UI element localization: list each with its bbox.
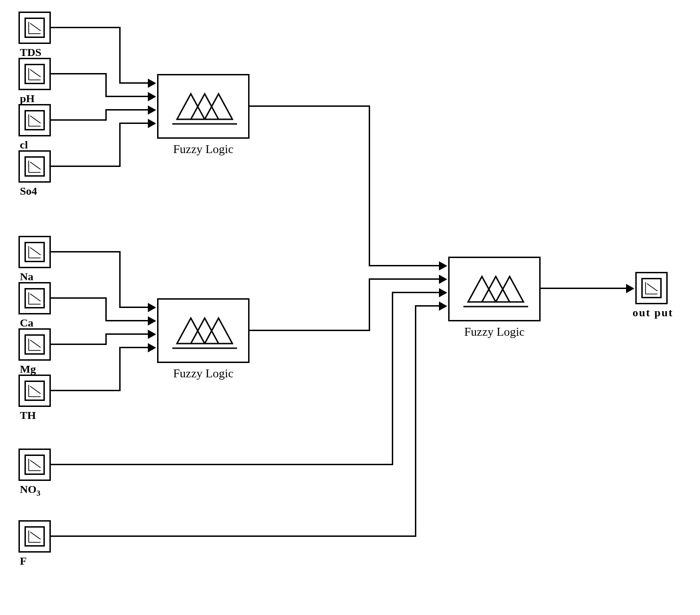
wire <box>51 251 120 252</box>
wire <box>541 288 627 289</box>
label-tds: TDS <box>20 46 49 59</box>
wire <box>51 390 120 391</box>
source-block-ca[interactable]: Ca <box>18 282 51 314</box>
wire <box>51 535 416 537</box>
wire <box>119 307 149 308</box>
label-no3: NO3 <box>20 483 49 498</box>
label-ph: pH <box>20 92 49 105</box>
label-ca: Ca <box>20 317 49 329</box>
label-output: out put <box>627 307 678 319</box>
source-block-th[interactable]: TH <box>18 375 51 407</box>
source-block-ph[interactable]: pH <box>18 58 51 90</box>
wire <box>369 265 440 266</box>
output-sink[interactable]: out put <box>635 272 668 304</box>
arrow-icon <box>148 330 156 339</box>
diagram-canvas: TDS pH cl So4 Na Ca Mg TH NO3 F <box>0 0 700 615</box>
wire <box>51 464 393 465</box>
wire <box>119 347 121 391</box>
wire <box>105 297 107 321</box>
wire <box>415 305 416 537</box>
wire <box>119 251 121 308</box>
wire <box>369 278 370 331</box>
wire <box>119 123 149 124</box>
wire <box>105 109 107 121</box>
wire <box>51 119 106 121</box>
arrow-icon <box>439 261 447 271</box>
wire <box>119 27 121 83</box>
source-block-f[interactable]: F <box>18 520 51 553</box>
fuzzy-logic-block-2[interactable]: Fuzzy Logic <box>157 298 250 363</box>
wire <box>51 344 106 345</box>
arrow-icon <box>148 316 156 326</box>
wire <box>51 73 106 74</box>
arrow-icon <box>148 92 156 101</box>
label-mg: Mg <box>20 363 49 375</box>
label-f: F <box>20 555 49 567</box>
source-block-mg[interactable]: Mg <box>18 328 51 361</box>
label-cl: cl <box>20 139 49 151</box>
label-fuzzy3: Fuzzy Logic <box>464 325 525 339</box>
label-th: TH <box>20 409 49 422</box>
wire <box>51 166 120 167</box>
label-fuzzy1: Fuzzy Logic <box>173 142 234 156</box>
arrow-icon <box>148 119 156 128</box>
arrow-icon <box>148 105 156 115</box>
wire <box>119 347 149 348</box>
wire <box>119 123 121 167</box>
arrow-icon <box>626 284 634 293</box>
label-fuzzy2: Fuzzy Logic <box>173 367 234 381</box>
source-block-so4[interactable]: So4 <box>18 150 51 183</box>
wire <box>105 320 149 321</box>
wire <box>392 292 440 293</box>
wire <box>51 297 106 299</box>
wire <box>105 333 149 335</box>
arrow-icon <box>439 275 447 284</box>
source-block-tds[interactable]: TDS <box>18 12 51 44</box>
label-so4: So4 <box>20 185 49 197</box>
wire <box>250 105 370 107</box>
fuzzy-logic-block-1[interactable]: Fuzzy Logic <box>157 74 250 139</box>
source-block-no3[interactable]: NO3 <box>18 449 51 481</box>
wire <box>105 109 149 111</box>
label-na: Na <box>20 271 49 283</box>
source-block-na[interactable]: Na <box>18 236 51 268</box>
arrow-icon <box>148 303 156 312</box>
fuzzy-logic-block-3[interactable]: Fuzzy Logic <box>448 257 541 321</box>
source-block-cl[interactable]: cl <box>18 104 51 136</box>
arrow-icon <box>148 343 156 352</box>
arrow-icon <box>148 79 156 88</box>
wire <box>250 330 370 331</box>
wire <box>51 27 120 28</box>
wire <box>105 333 107 345</box>
wire <box>369 278 440 280</box>
wire <box>105 73 107 97</box>
arrow-icon <box>439 288 447 297</box>
wire <box>369 105 370 266</box>
wire <box>392 292 393 465</box>
wire <box>105 96 149 97</box>
wire <box>119 82 149 84</box>
wire <box>415 305 440 307</box>
arrow-icon <box>439 301 447 311</box>
